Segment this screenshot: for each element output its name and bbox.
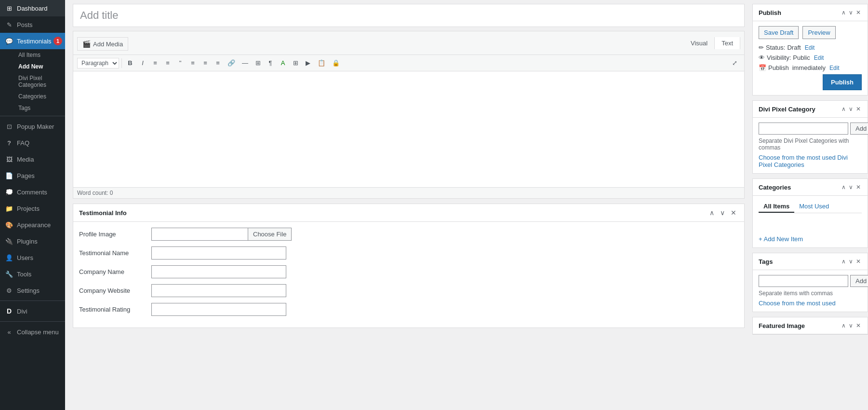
preview-button[interactable]: Preview [802, 26, 835, 39]
italic-button[interactable]: I [137, 57, 148, 68]
sidebar-item-testimonials[interactable]: 💬 Testimonials 1 [0, 33, 65, 49]
publish-collapse-down[interactable]: ∨ [848, 8, 854, 17]
link-button[interactable]: 🔗 [225, 57, 238, 68]
form-row-company-name: Company Name [79, 265, 738, 278]
post-title-input[interactable] [73, 4, 745, 27]
divi-pixel-category-header[interactable]: Divi Pixel Category ∧ ∨ ✕ [753, 101, 868, 118]
sidebar-item-pages[interactable]: 📄 Pages [0, 167, 65, 184]
testimonial-info-header[interactable]: Testimonial Info ∧ ∨ ✕ [73, 204, 744, 222]
tags-collapse-up[interactable]: ∧ [841, 257, 847, 266]
sidebar-item-categories[interactable]: Categories [13, 91, 65, 102]
status-row: ✏ Status: Draft Edit [759, 44, 862, 51]
bold-button[interactable]: B [124, 57, 136, 68]
tags-close[interactable]: ✕ [855, 257, 862, 266]
add-media-button[interactable]: 🎬 Add Media [77, 37, 128, 51]
form-row-testimonial-name: Testimonial Name [79, 246, 738, 260]
save-draft-button[interactable]: Save Draft [759, 26, 799, 39]
align-left-button[interactable]: ≡ [187, 57, 199, 68]
sidebar-sub-label: Add New [18, 63, 43, 70]
paste-button[interactable]: 📋 [315, 57, 328, 68]
table-button[interactable]: ⊞ [290, 57, 301, 68]
cat-tab-all[interactable]: All Items [759, 201, 794, 213]
publish-close[interactable]: ✕ [855, 8, 862, 17]
categories-header[interactable]: Categories ∧ ∨ ✕ [753, 179, 868, 196]
profile-image-text-input[interactable] [151, 228, 248, 241]
align-right-button[interactable]: ≡ [212, 57, 224, 68]
more-button[interactable]: — [239, 57, 251, 68]
testimonial-rating-input[interactable] [151, 303, 286, 316]
divi-cat-collapse-up[interactable]: ∧ [841, 105, 847, 113]
sidebar-item-appearance[interactable]: 🎨 Appearance [0, 217, 65, 233]
sidebar-item-dashboard[interactable]: Dashboard [0, 0, 65, 16]
company-name-input[interactable] [151, 265, 286, 278]
align-center-button[interactable]: ≡ [200, 57, 211, 68]
metabox-collapse-up[interactable]: ∧ [708, 208, 716, 218]
tags-collapse-down[interactable]: ∨ [848, 257, 854, 266]
metabox-close[interactable]: ✕ [729, 208, 738, 218]
sidebar-item-tags[interactable]: Tags [13, 102, 65, 114]
publish-button[interactable]: Publish [823, 74, 862, 90]
sidebar-item-all-items[interactable]: All Items [13, 49, 65, 61]
choose-file-button[interactable]: Choose File [248, 228, 292, 241]
sidebar-item-comments[interactable]: 💭 Comments [0, 184, 65, 200]
editor-body[interactable] [73, 71, 744, 187]
tags-header[interactable]: Tags ∧ ∨ ✕ [753, 253, 868, 270]
featured-image-collapse-up[interactable]: ∧ [841, 321, 847, 330]
sidebar-item-divi[interactable]: D Divi [0, 303, 65, 319]
visibility-edit-link[interactable]: Edit [814, 55, 824, 61]
publish-widget-header[interactable]: Publish ∧ ∨ ✕ [753, 4, 868, 21]
sidebar-item-tools[interactable]: 🔧 Tools [0, 266, 65, 282]
divi-cat-add-button[interactable]: Add [850, 123, 868, 135]
sidebar-item-settings[interactable]: ⚙ Settings [0, 282, 65, 299]
toggle-toolbar-button[interactable]: ¶ [265, 57, 276, 68]
ordered-list-button[interactable]: ≡ [162, 57, 174, 68]
sidebar-item-projects[interactable]: 📁 Projects [0, 200, 65, 217]
unordered-list-button[interactable]: ≡ [149, 57, 161, 68]
blockquote-button[interactable]: " [174, 57, 186, 68]
sidebar-item-label: Appearance [17, 221, 51, 229]
fullscreen-button[interactable]: ⊞ [252, 57, 264, 68]
sidebar-item-plugins[interactable]: 🔌 Plugins [0, 233, 65, 249]
tab-visual[interactable]: Visual [684, 37, 714, 49]
expand-button[interactable]: ⤢ [729, 57, 740, 68]
status-edit-link[interactable]: Edit [805, 44, 815, 51]
status-label: Status: [766, 44, 785, 51]
lock-button[interactable]: 🔒 [329, 57, 343, 68]
sidebar-item-posts[interactable]: Posts [0, 16, 65, 33]
sidebar-item-media[interactable]: 🖼 Media [0, 151, 65, 167]
sidebar-item-users[interactable]: 👤 Users [0, 249, 65, 266]
visibility-icon: 👁 [759, 54, 765, 61]
featured-image-collapse-down[interactable]: ∨ [848, 321, 854, 330]
tag-input[interactable] [759, 275, 848, 287]
divi-cat-close[interactable]: ✕ [855, 105, 862, 113]
divi-cat-collapse-down[interactable]: ∨ [848, 105, 854, 113]
sidebar-item-collapse[interactable]: « Collapse menu [0, 324, 65, 340]
tag-add-button[interactable]: Add [850, 275, 868, 287]
cat-tab-most-used[interactable]: Most Used [794, 201, 834, 213]
paragraph-select[interactable]: Paragraph [77, 58, 119, 68]
categories-collapse-down[interactable]: ∨ [848, 183, 854, 191]
featured-image-header[interactable]: Featured Image ∧ ∨ ✕ [753, 317, 868, 334]
sidebar-item-popup-maker[interactable]: ⊡ Popup Maker [0, 118, 65, 135]
metabox-collapse-down[interactable]: ∨ [718, 208, 727, 218]
sidebar-item-divi-pixel-categories[interactable]: Divi Pixel Categories [13, 72, 65, 91]
publish-collapse-up[interactable]: ∧ [841, 8, 847, 17]
sidebar-item-label: Dashboard [17, 5, 48, 12]
tags-choose-link[interactable]: Choose from the most used [759, 300, 862, 307]
divi-cat-input[interactable] [759, 123, 848, 135]
sidebar-item-faq[interactable]: ? FAQ [0, 135, 65, 151]
media-button[interactable]: ▶ [302, 57, 314, 68]
divi-cat-choose-link[interactable]: Choose from the most used Divi Pixel Cat… [759, 154, 862, 168]
sidebar-item-label: Posts [17, 21, 33, 28]
featured-image-close[interactable]: ✕ [855, 321, 862, 330]
publish-widget-body: Save Draft Preview ✏ Status: Draft Edit … [753, 21, 868, 95]
sidebar-item-add-new[interactable]: Add New [13, 61, 65, 72]
publish-time-edit-link[interactable]: Edit [829, 65, 840, 71]
categories-collapse-up[interactable]: ∧ [841, 183, 847, 191]
color-button[interactable]: A [277, 57, 289, 68]
company-website-input[interactable] [151, 284, 286, 297]
categories-close[interactable]: ✕ [855, 183, 862, 191]
testimonial-name-input[interactable] [151, 246, 286, 260]
tab-text[interactable]: Text [714, 37, 740, 49]
add-new-category-link[interactable]: + Add New Item [759, 235, 803, 243]
